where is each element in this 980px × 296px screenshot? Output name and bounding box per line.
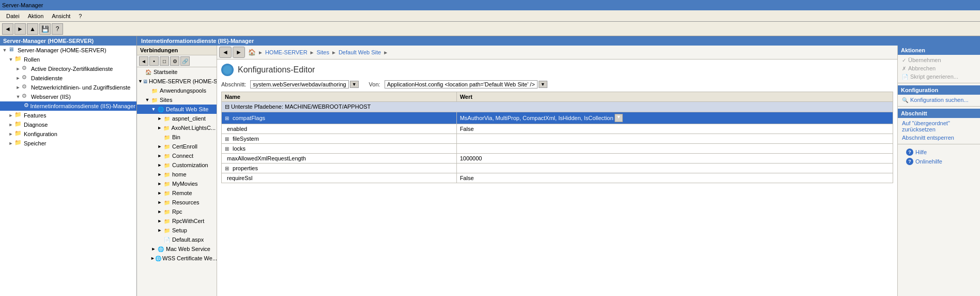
expand-konfiguration[interactable]: ►: [7, 131, 14, 137]
table-row-properties[interactable]: ⊞ properties: [222, 164, 893, 173]
menu-ansicht[interactable]: Ansicht: [48, 12, 74, 20]
tree-webserver-label: Webserver (IIS): [31, 94, 71, 100]
iis-tree-mymovies[interactable]: ► 📁 MyMovies: [137, 179, 217, 188]
breadcrumb-sites[interactable]: Sites: [317, 49, 329, 55]
table-row-compat[interactable]: ⊞ compatFlags MsAuthorVia, MultiProp, Co…: [222, 112, 893, 124]
onlinehilfe-link[interactable]: ? Onlinehilfe: [902, 157, 976, 166]
expand-netzwerk[interactable]: ►: [14, 85, 22, 90]
tree-netzwerk[interactable]: ► ⚙ Netzwerkrichtlinien- und Zugriffsdie…: [0, 83, 136, 92]
expand-speicher[interactable]: ►: [7, 141, 14, 146]
iis-tree-sites[interactable]: ▼ 📁 Sites: [137, 95, 217, 105]
iis-tree-resources[interactable]: ► 📁 Resources: [137, 198, 217, 207]
connections-toolbar-btn2[interactable]: •: [149, 56, 159, 66]
tree-dateidienste[interactable]: ► ⚙ Dateidienste: [0, 73, 136, 83]
locks-name-cell: ⊞ locks: [222, 144, 457, 154]
config-table: Name Wert ⊟ Unterste Pfadebene: MACHINE/…: [221, 92, 893, 183]
tree-server-manager[interactable]: ▼ 🖥 Server-Manager (HOME-SERVER): [0, 46, 136, 55]
toolbar-save[interactable]: 💾: [39, 23, 51, 35]
von-arrow[interactable]: ▼: [539, 81, 547, 88]
expand-sites[interactable]: ▼: [144, 97, 150, 102]
folder-icon-rpcwithcert: 📁: [163, 217, 171, 225]
iis-tree-bin[interactable]: 📁 Bin: [137, 132, 217, 142]
iis-tree-anwendungspools[interactable]: 📁 Anwendungspools: [137, 86, 217, 95]
iis-tree-connect[interactable]: ► 📁 Connect: [137, 151, 217, 160]
hilfe-link[interactable]: ? Hilfe: [902, 147, 976, 157]
menu-help[interactable]: ?: [74, 12, 86, 20]
iis-tree-mac-web[interactable]: ► 🌐 Mac Web Service: [137, 244, 217, 254]
expand-active-directory[interactable]: ►: [14, 66, 22, 71]
iis-connections-panel: Verbindungen ◄ • □ ⚙ 🔗 🏠 Startseite: [137, 46, 217, 296]
folder-icon-home: 📁: [163, 170, 171, 179]
connections-toolbar-btn4[interactable]: ⚙: [170, 56, 179, 66]
iis-tree-rpc[interactable]: ► 📁 Rpc: [137, 207, 217, 216]
menu-aktion[interactable]: Aktion: [24, 12, 48, 20]
breadcrumb-default-web[interactable]: Default Web Site: [339, 49, 381, 55]
expand-axonet: ►: [157, 125, 162, 130]
iis-tree-sites-label: Sites: [160, 97, 172, 103]
expand-diagnose[interactable]: ►: [7, 122, 14, 127]
iis-tree-customization[interactable]: ► 📁 Customization: [137, 160, 217, 170]
tree-active-directory[interactable]: ► ⚙ Active Directory-Zertifikatdienste: [0, 64, 136, 73]
abschnitt-arrow[interactable]: ▼: [350, 81, 359, 88]
table-row-requiressl[interactable]: requireSsl False: [222, 173, 893, 183]
iis-tree-wss[interactable]: ► 🌐 WSS Certificate We...: [137, 254, 217, 263]
connections-toolbar-btn5[interactable]: 🔗: [180, 56, 190, 66]
auf-uebergeordnet-link[interactable]: Auf "übergeordnet" zurücksetzen: [898, 119, 980, 134]
toolbar-forward[interactable]: ►: [14, 23, 26, 35]
iis-tree-default-aspx[interactable]: 📄 Default.aspx: [137, 235, 217, 244]
von-dropdown[interactable]: ApplicationHost.config <location path='D…: [385, 80, 547, 88]
expand-dateidienste[interactable]: ►: [14, 76, 22, 81]
expand-home-server[interactable]: ▼: [138, 79, 143, 84]
konfiguration-suchen-link[interactable]: 🔍 Konfiguration suchen...: [898, 96, 980, 104]
table-row-filesystem[interactable]: ⊞ fileSystem: [222, 134, 893, 144]
connections-toolbar-btn1[interactable]: ◄: [139, 56, 148, 66]
properties-expand-icon[interactable]: ⊞: [225, 166, 229, 171]
menu-datei[interactable]: Datei: [2, 12, 24, 20]
iis-tree-axonet[interactable]: ► 📁 AxoNet.LightsC...: [137, 123, 217, 132]
tree-features[interactable]: ► 📁 Features: [0, 111, 136, 120]
abschnitt-dropdown[interactable]: system.webServer/webdav/authoring ▼: [250, 80, 358, 88]
tree-rollen[interactable]: ▼ 📁 Rollen: [0, 55, 136, 64]
expand-rollen[interactable]: ▼: [7, 57, 14, 62]
toolbar-back[interactable]: ◄: [2, 23, 13, 35]
expand-default-web[interactable]: ▼: [150, 107, 157, 112]
von-value[interactable]: ApplicationHost.config <location path='D…: [385, 80, 538, 88]
compat-expand-icon[interactable]: ⊞: [225, 115, 229, 121]
section-label-row: ⊟ Unterste Pfadebene: MACHINE/WEBROOT/AP…: [222, 102, 893, 112]
iis-tree-rpcwithcert[interactable]: ► 📁 RpcWithCert: [137, 216, 217, 226]
tree-speicher[interactable]: ► 📁 Speicher: [0, 139, 136, 148]
table-row-locks[interactable]: ⊞ locks: [222, 144, 893, 154]
section-minus-icon[interactable]: ⊟: [225, 103, 229, 110]
abschnitt-value[interactable]: system.webServer/webdav/authoring: [250, 80, 348, 88]
iis-connections-tree: 🏠 Startseite ▼ 🖥 HOME-SERVER (HOME-SE...…: [137, 67, 217, 296]
tree-webserver[interactable]: ▼ ⚙ Webserver (IIS): [0, 92, 136, 101]
iis-tree-home[interactable]: ► 📁 home: [137, 170, 217, 179]
expand-server-manager[interactable]: ▼: [1, 48, 8, 53]
expand-features[interactable]: ►: [7, 113, 14, 118]
folder-icon-connect: 📁: [163, 152, 171, 160]
toolbar-help[interactable]: ?: [52, 23, 63, 35]
expand-webserver[interactable]: ▼: [14, 94, 22, 99]
toolbar-up[interactable]: ▲: [27, 23, 38, 35]
filesystem-expand-icon[interactable]: ⊞: [225, 136, 229, 142]
nav-forward-btn[interactable]: ►: [233, 47, 245, 58]
iis-tree-home-server[interactable]: ▼ 🖥 HOME-SERVER (HOME-SE...: [137, 77, 217, 86]
tree-diagnose[interactable]: ► 📁 Diagnose: [0, 120, 136, 129]
server-manager-tree: ▼ 🖥 Server-Manager (HOME-SERVER) ▼ 📁 Rol…: [0, 46, 136, 296]
table-row-enabled[interactable]: enabled False: [222, 124, 893, 134]
iis-tree-remote[interactable]: ► 📁 Remote: [137, 188, 217, 198]
compat-cell-dropdown-btn[interactable]: ▼: [615, 114, 623, 122]
iis-tree-setup[interactable]: ► 📁 Setup: [137, 226, 217, 235]
connections-toolbar-btn3[interactable]: □: [160, 56, 169, 66]
iis-tree-default-web[interactable]: ▼ 🌐 Default Web Site: [137, 105, 217, 114]
breadcrumb-home-server[interactable]: HOME-SERVER: [265, 49, 308, 55]
table-row-maxallowed[interactable]: maxAllowedXmlRequestLength 1000000: [222, 154, 893, 164]
abschnitt-entsperren-link[interactable]: Abschnitt entsperren: [898, 134, 980, 142]
nav-back-btn[interactable]: ◄: [219, 47, 232, 58]
iis-tree-certenroll[interactable]: ► 📁 CertEnroll: [137, 142, 217, 151]
locks-expand-icon[interactable]: ⊞: [225, 146, 229, 152]
iis-tree-startseite[interactable]: 🏠 Startseite: [137, 67, 217, 77]
tree-konfiguration[interactable]: ► 📁 Konfiguration: [0, 129, 136, 139]
tree-iis-manager[interactable]: ⚙ Internetinformationsdienste (IIS)-Mana…: [0, 101, 136, 111]
iis-tree-aspnet[interactable]: ► 📁 aspnet_client: [137, 114, 217, 123]
